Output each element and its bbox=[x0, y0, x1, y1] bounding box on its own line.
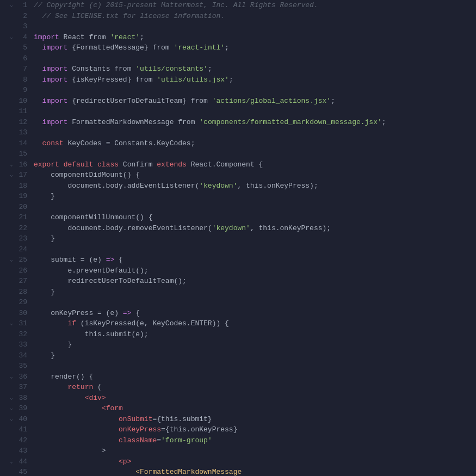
token: ; bbox=[382, 117, 386, 128]
line-number: 44 bbox=[16, 456, 27, 467]
fold-arrow[interactable] bbox=[9, 32, 14, 43]
gutter-line-6: 6 bbox=[0, 53, 27, 64]
line-number: 13 bbox=[16, 127, 27, 138]
token: class bbox=[97, 159, 119, 170]
line-number: 8 bbox=[16, 75, 27, 85]
line-number: 21 bbox=[16, 212, 27, 223]
token: className bbox=[119, 435, 157, 446]
token: => bbox=[106, 255, 115, 265]
code-line-7: import Constants from 'utils/constants'; bbox=[34, 64, 476, 75]
token bbox=[34, 393, 85, 404]
fold-arrow[interactable] bbox=[9, 456, 14, 467]
token: , this.onKeyPress); bbox=[250, 223, 331, 234]
token: {redirectUserToDefaultTeam} bbox=[67, 96, 190, 107]
gutter-line-14: 14 bbox=[0, 138, 27, 149]
line-number: 42 bbox=[16, 435, 27, 446]
line-number: 28 bbox=[16, 287, 27, 298]
line-number: 29 bbox=[16, 297, 27, 308]
line-number: 11 bbox=[16, 106, 27, 117]
gutter-line-23: 23 bbox=[0, 233, 27, 244]
line-number: 22 bbox=[16, 223, 27, 234]
fold-arrow[interactable] bbox=[9, 170, 14, 181]
token: from bbox=[135, 75, 152, 85]
code-line-16: export default class Confirm extends Rea… bbox=[34, 159, 476, 170]
code-line-33: } bbox=[34, 339, 476, 350]
token: = bbox=[157, 435, 161, 446]
code-line-28: } bbox=[34, 287, 476, 298]
gutter-line-2: 2 bbox=[0, 11, 27, 22]
token: from bbox=[114, 64, 131, 75]
line-number: 12 bbox=[16, 117, 27, 128]
token: KeyCodes = Constants.KeyCodes; bbox=[64, 138, 195, 149]
gutter-line-36: 36 bbox=[0, 372, 27, 382]
code-line-21: componentWillUnmount() { bbox=[34, 212, 476, 223]
token bbox=[93, 159, 97, 170]
gutter-line-26: 26 bbox=[0, 265, 27, 276]
line-number: 18 bbox=[16, 181, 27, 191]
token bbox=[34, 42, 42, 53]
fold-arrow[interactable] bbox=[9, 414, 14, 425]
fold-arrow[interactable] bbox=[9, 372, 14, 382]
line-number: 6 bbox=[16, 53, 27, 64]
token bbox=[170, 42, 174, 53]
fold-arrow[interactable] bbox=[9, 0, 14, 11]
gutter-line-15: 15 bbox=[0, 149, 27, 159]
code-line-11 bbox=[34, 106, 476, 117]
gutter-line-25: 25 bbox=[0, 255, 27, 265]
code-line-45: <FormattedMarkdownMessage bbox=[34, 467, 476, 476]
code-line-30: onKeyPress = (e) => { bbox=[34, 308, 476, 319]
token: redirectUserToDefaultTeam(); bbox=[34, 276, 187, 287]
token: extends bbox=[157, 159, 187, 170]
token: componentWillUnmount() { bbox=[34, 212, 152, 223]
gutter-line-45: 45 bbox=[0, 467, 27, 476]
line-number: 30 bbox=[16, 308, 27, 319]
code-line-22: document.body.removeEventListener('keydo… bbox=[34, 223, 476, 234]
fold-arrow[interactable] bbox=[9, 403, 14, 414]
line-number: 31 bbox=[16, 318, 27, 329]
token bbox=[208, 96, 212, 107]
token: React.Component { bbox=[187, 159, 263, 170]
token bbox=[152, 75, 157, 85]
fold-arrow[interactable] bbox=[9, 159, 14, 170]
fold-arrow[interactable] bbox=[9, 318, 14, 329]
fold-arrow[interactable] bbox=[9, 393, 14, 404]
token: import bbox=[42, 117, 68, 128]
gutter-line-44: 44 bbox=[0, 456, 27, 467]
code-line-25: submit = (e) => { bbox=[34, 255, 476, 265]
token: onSubmit bbox=[119, 414, 152, 425]
code-line-15 bbox=[34, 149, 476, 159]
token: ; bbox=[229, 75, 233, 85]
line-number: 19 bbox=[16, 191, 27, 202]
line-number: 3 bbox=[16, 21, 27, 32]
token: document.body.removeEventListener( bbox=[34, 223, 212, 234]
code-line-5: import {FormattedMessage} from 'react-in… bbox=[34, 42, 476, 53]
fold-arrow[interactable] bbox=[9, 255, 14, 265]
gutter-line-29: 29 bbox=[0, 297, 27, 308]
token: {FormattedMessage} bbox=[67, 42, 152, 53]
code-line-19: } bbox=[34, 191, 476, 202]
code-line-13 bbox=[34, 127, 476, 138]
line-number: 37 bbox=[16, 382, 27, 393]
token: this.submit(e); bbox=[34, 329, 149, 340]
token: ; bbox=[225, 42, 229, 53]
code-line-10: import {redirectUserToDefaultTeam} from … bbox=[34, 96, 476, 107]
gutter-line-41: 41 bbox=[0, 424, 27, 435]
token: {isKeyPressed} bbox=[67, 75, 135, 85]
token: onKeyPress = (e) bbox=[34, 308, 123, 319]
gutter-line-31: 31 bbox=[0, 318, 27, 329]
line-number: 40 bbox=[16, 414, 27, 425]
token: import bbox=[34, 32, 59, 43]
token: from bbox=[191, 96, 208, 107]
token bbox=[34, 117, 42, 128]
code-line-4: import React from 'react'; bbox=[34, 32, 476, 43]
token: e.preventDefault(); bbox=[34, 265, 149, 276]
token: <FormattedMarkdownMessage bbox=[135, 467, 242, 476]
token: componentDidMount() { bbox=[34, 170, 140, 181]
token: // Copyright (c) 2015-present Mattermost… bbox=[34, 0, 318, 11]
gutter-line-7: 7 bbox=[0, 64, 27, 75]
token: render() { bbox=[34, 372, 93, 382]
code-line-8: import {isKeyPressed} from 'utils/utils.… bbox=[34, 75, 476, 85]
code-line-38: <div> bbox=[34, 393, 476, 404]
gutter-line-42: 42 bbox=[0, 435, 27, 446]
code-line-39: <form bbox=[34, 403, 476, 414]
